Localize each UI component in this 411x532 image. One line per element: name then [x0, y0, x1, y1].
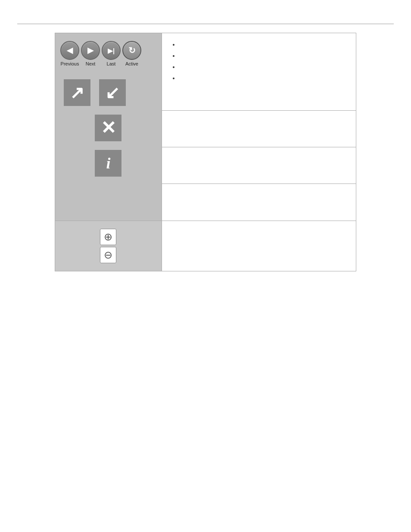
next-btn-circle: ▶ [81, 41, 100, 60]
info-icon-box[interactable]: i [95, 150, 121, 177]
bullet-item-4 [179, 73, 348, 84]
last-btn-circle: ▶| [102, 41, 121, 60]
expand-desc-cell [162, 111, 356, 147]
info-section: i [55, 146, 162, 185]
zoom-out-icon: ⊖ [104, 250, 112, 260]
active-button[interactable]: ↻ Active [122, 41, 141, 66]
close-icon-box[interactable]: ✕ [95, 115, 121, 141]
collapse-icon-box[interactable]: ↙ [99, 79, 126, 106]
close-section: ✕ [55, 115, 162, 146]
next-arrow-icon: ▶ [87, 47, 93, 54]
last-arrow-icon: ▶| [108, 47, 115, 54]
bullet-item-2 [179, 50, 348, 62]
right-main-cell [162, 33, 356, 221]
main-table: ◀ Previous ▶ Next ▶| Last [55, 33, 356, 271]
expand-collapse-section: ↗ ↙ [55, 71, 162, 115]
last-button[interactable]: ▶| Last [102, 41, 121, 66]
active-btn-circle: ↻ [122, 41, 141, 60]
bullet-cell [162, 33, 356, 111]
close-icon: ✕ [101, 119, 116, 137]
zoom-section: ⊕ ⊖ [55, 221, 162, 271]
close-desc-cell [162, 147, 356, 184]
previous-arrow-icon: ◀ [67, 47, 73, 54]
next-label: Next [86, 61, 96, 66]
zoom-in-button[interactable]: ⊕ [100, 229, 116, 245]
nav-row: ◀ Previous ▶ Next ▶| Last [55, 33, 162, 71]
top-rule [17, 24, 394, 24]
active-label: Active [125, 61, 138, 66]
last-label: Last [107, 61, 116, 66]
zoom-desc-cell [162, 221, 356, 271]
next-button[interactable]: ▶ Next [81, 41, 100, 66]
previous-button[interactable]: ◀ Previous [60, 41, 79, 66]
expand-icon: ↗ [70, 84, 84, 101]
active-arrow-icon: ↻ [128, 46, 136, 55]
collapse-icon: ↙ [105, 84, 120, 101]
bullet-item-1 [179, 39, 348, 50]
previous-label: Previous [61, 61, 79, 66]
bullet-item-3 [179, 62, 348, 73]
zoom-in-icon: ⊕ [104, 232, 112, 242]
zoom-out-button[interactable]: ⊖ [100, 247, 116, 263]
left-nav-cell: ◀ Previous ▶ Next ▶| Last [55, 33, 162, 221]
info-desc-cell [162, 184, 356, 221]
bullet-list [170, 39, 348, 84]
zoom-cell: ⊕ ⊖ [55, 221, 162, 271]
right-rows [162, 33, 356, 221]
info-icon: i [106, 156, 110, 171]
expand-icon-box[interactable]: ↗ [64, 79, 90, 106]
previous-btn-circle: ◀ [60, 41, 79, 60]
